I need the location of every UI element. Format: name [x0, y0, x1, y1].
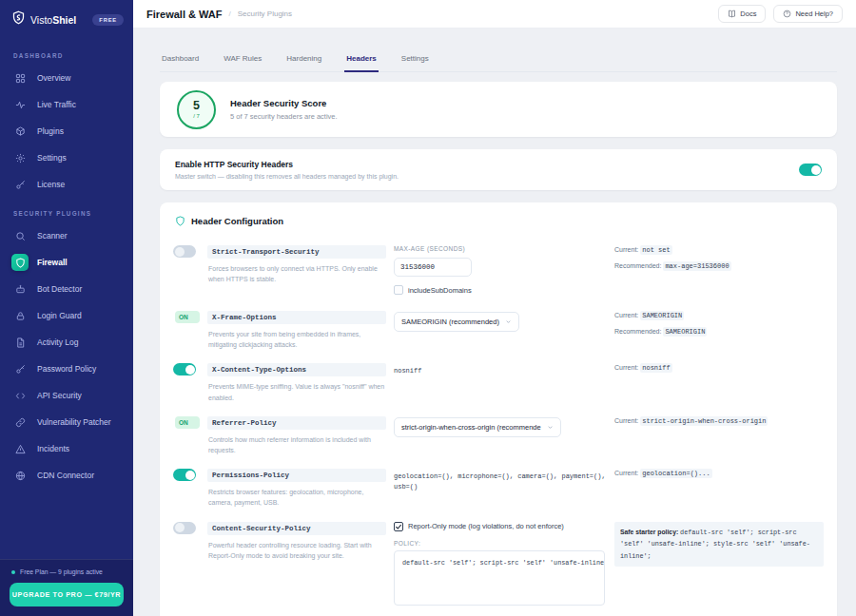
sidebar-item-scanner[interactable]: Scanner [0, 222, 133, 249]
upgrade-button[interactable]: UPGRADE TO PRO — €79/YR [10, 583, 124, 606]
header-description: Forces browsers to only connect via HTTP… [207, 263, 386, 284]
tab-headers[interactable]: Headers [344, 54, 379, 72]
header-name: Referrer-Policy [207, 416, 386, 430]
link-icon [11, 414, 29, 431]
max-age-label: MAX-AGE (SECONDS) [394, 245, 607, 252]
lock-icon [11, 307, 29, 324]
sidebar-item-password-policy[interactable]: Password Policy [0, 356, 133, 382]
sidebar-item-settings[interactable]: Settings [0, 144, 133, 171]
master-switch-subtitle: Master switch — disabling this removes a… [175, 173, 399, 180]
xcto-static-value: nosniff [394, 363, 607, 376]
current-value-line: Current: SAMEORIGIN [614, 311, 824, 321]
search-icon [11, 227, 29, 244]
tab-settings[interactable]: Settings [399, 54, 431, 71]
current-value-line: Current: strict-origin-when-cross-origin [614, 416, 824, 427]
xfo-on-badge: ON [175, 311, 200, 323]
sidebar-footer: Free Plan — 9 plugins active UPGRADE TO … [0, 559, 133, 616]
master-switch-title: Enable HTTP Security Headers [175, 160, 399, 169]
sidebar-item-plugins[interactable]: Plugins [0, 118, 133, 144]
grid-icon [11, 69, 29, 87]
sidebar-item-cdn-connector[interactable]: CDN Connector [0, 462, 133, 489]
master-switch-toggle[interactable] [799, 164, 822, 176]
content: Dashboard WAF Rules Hardening Headers Se… [133, 54, 856, 616]
report-only-row[interactable]: Report-Only mode (log violations, do not… [394, 522, 607, 531]
breadcrumb-secondary: Security Plugins [238, 10, 292, 18]
shield-icon [11, 254, 29, 271]
header-description: Prevents your site from being embedded i… [207, 329, 386, 350]
recommended-value-line: Recommended: SAMEORIGIN [614, 327, 824, 337]
header-security-score-card: 5 / 7 Header Security Score 5 of 7 secur… [160, 82, 837, 137]
tab-dashboard[interactable]: Dashboard [160, 54, 201, 71]
breadcrumb-page-title: Firewall & WAF [146, 9, 222, 20]
xcto-toggle[interactable] [173, 363, 196, 375]
topbar: Firewall & WAF / Security Plugins Docs N… [133, 0, 856, 29]
shield-outline-icon [175, 216, 185, 226]
header-name: Strict-Transport-Security [207, 245, 386, 259]
sidebar-item-license[interactable]: License [0, 171, 133, 198]
gear-icon [11, 149, 29, 166]
chevron-down-icon [547, 424, 554, 431]
config-row-content-security-policy: Content-Security-Policy Powerful header … [173, 522, 824, 609]
code-icon [11, 387, 29, 404]
globe-icon [11, 467, 29, 484]
config-row-x-frame-options: ON X-Frame-Options Prevents your site fr… [173, 311, 824, 350]
robot-icon [11, 280, 29, 298]
score-title: Header Security Score [230, 98, 338, 108]
checkbox-unchecked-icon[interactable] [394, 285, 403, 295]
checkbox-checked-icon[interactable] [394, 522, 403, 531]
sidebar-section-security-plugins: SECURITY PLUGINS [0, 198, 133, 222]
header-name: Permissions-Policy [207, 469, 386, 482]
activity-icon [11, 96, 29, 113]
sidebar-item-activity-log[interactable]: Activity Log [0, 329, 133, 356]
config-title: Header Configuration [191, 216, 283, 226]
sts-toggle[interactable] [173, 245, 196, 258]
master-switch-card: Enable HTTP Security Headers Master swit… [160, 149, 837, 190]
recommended-value-line: Recommended: max-age=31536000 [614, 261, 824, 272]
need-help-button[interactable]: Need Help? [773, 5, 843, 23]
score-subtitle: 5 of 7 security headers are active. [230, 112, 338, 121]
config-row-x-content-type-options: X-Content-Type-Options Prevents MIME-typ… [173, 363, 824, 402]
include-subdomains-label: includeSubDomains [408, 286, 472, 295]
current-value-line: Current: geolocation=()... [614, 469, 824, 479]
score-value: 5 [193, 100, 200, 112]
docs-button[interactable]: Docs [718, 5, 766, 23]
header-description: Prevents MIME-type sniffing. Value is al… [207, 381, 386, 402]
pp-toggle[interactable] [173, 469, 196, 481]
sidebar-item-api-security[interactable]: API Security [0, 382, 133, 409]
brand-shield-icon [11, 10, 26, 29]
rp-on-badge: ON [175, 416, 200, 429]
csp-toggle[interactable] [173, 522, 196, 534]
pp-static-value: geolocation=(), microphone=(), camera=()… [394, 469, 607, 491]
document-icon [11, 334, 29, 351]
plan-badge: FREE [92, 14, 124, 26]
sidebar-item-login-guard[interactable]: Login Guard [0, 302, 133, 329]
brand-name: VistoShiel [30, 14, 76, 26]
sidebar-item-bot-detector[interactable]: Bot Detector [0, 276, 133, 302]
topbar-actions: Docs Need Help? [718, 5, 843, 23]
max-age-input[interactable] [394, 258, 472, 277]
book-icon [728, 10, 736, 18]
include-subdomains-row[interactable]: includeSubDomains [394, 285, 607, 295]
score-denominator: / 7 [193, 113, 200, 119]
sidebar-item-firewall[interactable]: Firewall [0, 249, 133, 276]
sidebar-item-incidents[interactable]: Incidents [0, 435, 133, 462]
sidebar: VistoShiel FREE DASHBOARD Overview Live … [0, 0, 133, 616]
header-name: X-Frame-Options [207, 311, 386, 324]
help-circle-icon [783, 10, 791, 18]
xfo-select[interactable]: SAMEORIGIN (recommended) [394, 312, 519, 332]
safe-starter-policy-note: Safe starter policy: default-src 'self';… [614, 522, 824, 568]
header-description: Restricts browser features: geolocation,… [207, 487, 386, 508]
sidebar-item-overview[interactable]: Overview [0, 65, 133, 91]
current-value-line: Current: not set [614, 245, 824, 256]
tab-waf-rules[interactable]: WAF Rules [222, 54, 263, 71]
policy-textarea[interactable]: default-src 'self'; script-src 'self' 'u… [394, 550, 605, 606]
sidebar-item-live-traffic[interactable]: Live Traffic [0, 91, 133, 118]
header-name: X-Content-Type-Options [207, 363, 386, 376]
tab-hardening[interactable]: Hardening [284, 54, 323, 71]
sidebar-item-vulnerability-patcher[interactable]: Vulnerability Patcher [0, 409, 133, 435]
plan-status: Free Plan — 9 plugins active [11, 568, 122, 575]
policy-label: POLICY: [394, 540, 607, 547]
status-dot-icon [11, 570, 15, 574]
header-description: Controls how much referrer information i… [207, 434, 386, 455]
rp-select[interactable]: strict-origin-when-cross-origin (recomme… [394, 417, 561, 437]
